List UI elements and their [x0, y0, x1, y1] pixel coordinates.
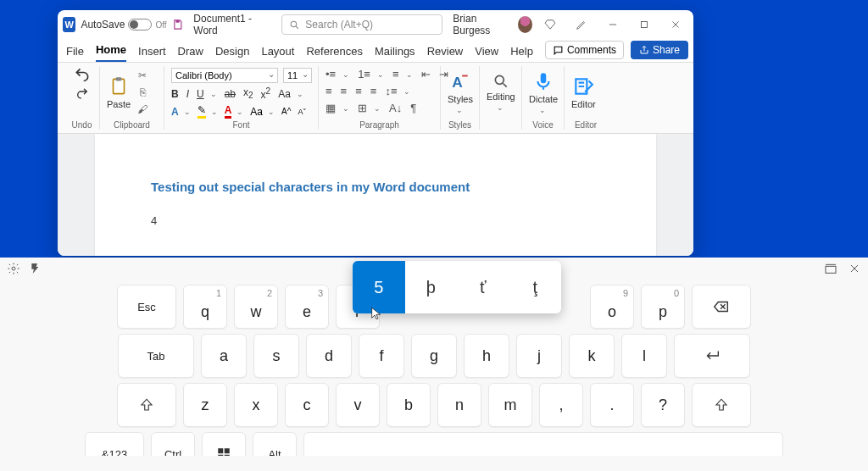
minimize-button[interactable]	[600, 13, 626, 36]
key-comma[interactable]: ,	[539, 383, 583, 427]
key-c[interactable]: c	[285, 383, 329, 427]
key-o[interactable]: 9o	[590, 285, 634, 329]
copy-icon[interactable]: ⎘	[136, 86, 149, 99]
tab-layout[interactable]: Layout	[261, 45, 294, 62]
key-j[interactable]: j	[516, 334, 562, 378]
format-painter-icon[interactable]: 🖌	[136, 103, 149, 116]
comments-button[interactable]: Comments	[545, 41, 624, 59]
editing-button[interactable]: Editing⌄	[487, 73, 515, 112]
strike-button[interactable]: ab	[225, 88, 236, 100]
key-shift-right[interactable]	[692, 383, 751, 427]
shrink-font-button[interactable]: A˅	[298, 108, 307, 116]
font-size-select[interactable]: 11	[283, 68, 312, 83]
key-h[interactable]: h	[464, 334, 509, 378]
close-keyboard-icon[interactable]	[848, 262, 861, 275]
key-alt[interactable]: Alt	[253, 432, 297, 456]
tab-design[interactable]: Design	[215, 45, 249, 62]
numbering-button[interactable]: 1≡	[358, 68, 370, 80]
key-question[interactable]: ?	[641, 383, 685, 427]
multilevel-button[interactable]: ≡	[392, 68, 399, 80]
tab-references[interactable]: References	[306, 45, 362, 62]
key-g[interactable]: g	[411, 334, 457, 378]
dec-indent-button[interactable]: ⇤	[421, 68, 431, 80]
dock-icon[interactable]	[824, 262, 837, 275]
char-shading-button[interactable]: Aa	[250, 106, 263, 118]
key-space[interactable]	[303, 432, 783, 456]
shading-button[interactable]: ▦	[326, 102, 336, 114]
subscript-button[interactable]: x2	[243, 86, 253, 100]
key-ctrl[interactable]: Ctrl	[151, 432, 195, 456]
avatar[interactable]	[518, 16, 532, 33]
redo-icon[interactable]	[75, 86, 89, 100]
page[interactable]: Testing out special characters in my Wor…	[95, 134, 656, 256]
line-spacing-button[interactable]: ↕≡	[385, 85, 397, 97]
key-e[interactable]: 3e	[285, 285, 329, 329]
align-center-button[interactable]: ≡	[341, 85, 348, 97]
key-f[interactable]: f	[359, 334, 404, 378]
key-q[interactable]: 1q	[183, 285, 227, 329]
font-name-select[interactable]: Calibri (Body)	[171, 68, 278, 83]
key-period[interactable]: .	[590, 383, 634, 427]
undo-icon[interactable]	[74, 66, 91, 83]
key-w[interactable]: 2w	[234, 285, 278, 329]
tab-help[interactable]: Help	[510, 45, 533, 62]
tab-mailings[interactable]: Mailings	[375, 45, 415, 62]
share-button[interactable]: Share	[631, 41, 688, 59]
sort-button[interactable]: A↓	[389, 102, 402, 114]
borders-button[interactable]: ⊞	[358, 102, 367, 114]
justify-button[interactable]: ≡	[370, 85, 377, 97]
search-input[interactable]: Search (Alt+Q)	[281, 14, 442, 35]
key-win[interactable]	[202, 432, 246, 456]
italic-button[interactable]: I	[186, 88, 189, 100]
accent-option-thorn[interactable]: þ	[405, 261, 458, 313]
paste-button[interactable]: Paste	[107, 75, 131, 109]
tab-file[interactable]: File	[66, 45, 84, 62]
bullets-button[interactable]: •≡	[326, 68, 336, 80]
key-v[interactable]: v	[336, 383, 380, 427]
key-n[interactable]: n	[437, 383, 481, 427]
save-icon[interactable]	[172, 18, 184, 31]
key-b[interactable]: b	[387, 383, 431, 427]
accent-option-5[interactable]: 5	[353, 261, 405, 313]
bold-button[interactable]: B	[171, 88, 179, 100]
key-s[interactable]: s	[253, 334, 299, 378]
pin-icon[interactable]	[29, 262, 42, 275]
editor-button[interactable]: Editor	[571, 75, 596, 109]
accent-option-tcedilla[interactable]: ţ	[509, 261, 562, 313]
text-effects-button[interactable]: A	[171, 106, 179, 118]
tab-view[interactable]: View	[475, 45, 498, 62]
diamond-icon[interactable]	[537, 13, 564, 36]
switch-off-icon[interactable]	[128, 19, 152, 30]
tab-draw[interactable]: Draw	[178, 45, 203, 62]
styles-button[interactable]: A Styles⌄	[448, 70, 473, 114]
key-d[interactable]: d	[306, 334, 352, 378]
superscript-button[interactable]: x2	[261, 86, 271, 101]
key-k[interactable]: k	[569, 334, 615, 378]
grow-font-button[interactable]: A^	[281, 107, 291, 116]
close-button[interactable]	[662, 13, 688, 36]
font-color-button[interactable]: A	[225, 104, 232, 119]
accent-option-tcaron[interactable]: ť	[457, 261, 509, 313]
key-x[interactable]: x	[234, 383, 278, 427]
key-z[interactable]: z	[183, 383, 227, 427]
highlight-button[interactable]: ✎	[198, 104, 206, 119]
maximize-button[interactable]	[631, 13, 657, 36]
key-a[interactable]: a	[201, 334, 247, 378]
underline-button[interactable]: U	[197, 88, 204, 100]
show-marks-button[interactable]: ¶	[410, 102, 416, 114]
key-symbols[interactable]: &123	[85, 432, 144, 456]
align-right-button[interactable]: ≡	[355, 85, 362, 97]
gear-icon[interactable]	[7, 262, 20, 275]
key-enter[interactable]	[674, 334, 750, 378]
text-case-button[interactable]: Aa	[278, 88, 291, 100]
key-esc[interactable]: Esc	[117, 285, 176, 329]
key-p[interactable]: 0p	[641, 285, 685, 329]
pen-icon[interactable]	[569, 13, 595, 36]
tab-home[interactable]: Home	[96, 43, 126, 62]
tab-review[interactable]: Review	[427, 45, 464, 62]
key-m[interactable]: m	[488, 383, 532, 427]
key-l[interactable]: l	[621, 334, 667, 378]
autosave-toggle[interactable]: AutoSave Off	[81, 19, 166, 30]
key-backspace[interactable]	[692, 285, 751, 329]
cut-icon[interactable]: ✂	[136, 69, 149, 82]
